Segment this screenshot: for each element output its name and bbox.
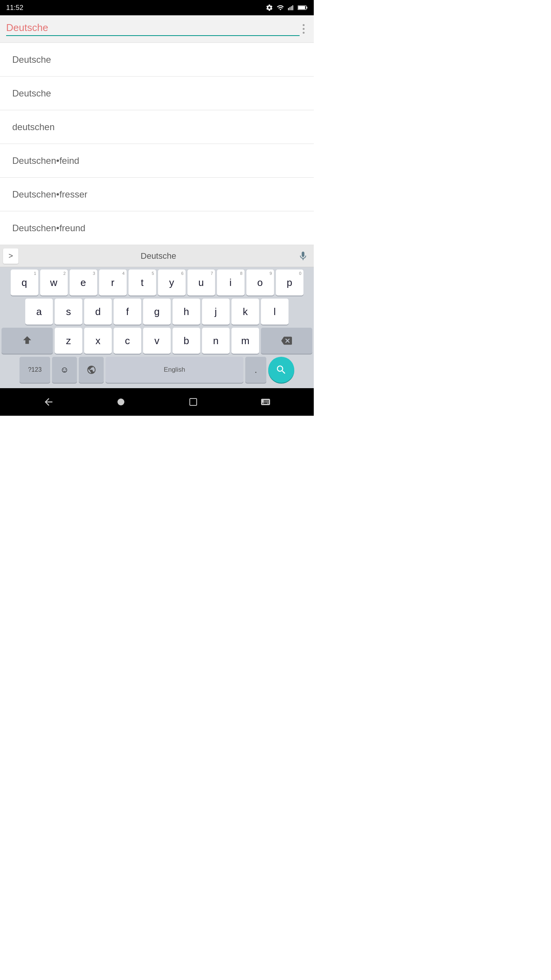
shift-key[interactable] bbox=[2, 328, 53, 354]
key-row-1: 1q 2w 3e 4r 5t 6y 7u 8i 9o 0p bbox=[2, 270, 312, 296]
expand-suggestions-button[interactable]: > bbox=[3, 248, 18, 264]
svg-rect-0 bbox=[288, 8, 289, 10]
key-s[interactable]: s bbox=[55, 299, 82, 325]
key-h[interactable]: h bbox=[173, 299, 200, 325]
key-x[interactable]: x bbox=[84, 328, 112, 354]
back-button[interactable] bbox=[39, 393, 58, 411]
search-input[interactable] bbox=[6, 22, 300, 36]
space-key[interactable]: English bbox=[106, 357, 243, 383]
svg-rect-2 bbox=[291, 6, 292, 10]
numbers-key[interactable]: ?123 bbox=[20, 357, 50, 383]
back-icon bbox=[43, 396, 54, 408]
key-m[interactable]: m bbox=[231, 328, 259, 354]
recents-button[interactable] bbox=[184, 393, 202, 411]
key-e[interactable]: 3e bbox=[70, 270, 97, 296]
svg-rect-1 bbox=[290, 7, 290, 10]
key-n[interactable]: n bbox=[202, 328, 230, 354]
keyboard: > Deutsche 1q 2w 3e 4r 5t 6y 7u 8i 9o 0p… bbox=[0, 245, 314, 388]
nav-bar bbox=[0, 388, 314, 416]
home-icon bbox=[116, 397, 126, 407]
emoji-key[interactable]: ☺ bbox=[52, 357, 77, 383]
key-g[interactable]: g bbox=[143, 299, 171, 325]
key-w[interactable]: 2w bbox=[40, 270, 68, 296]
key-v[interactable]: v bbox=[143, 328, 171, 354]
key-z[interactable]: z bbox=[55, 328, 82, 354]
key-y[interactable]: 6y bbox=[158, 270, 186, 296]
key-c[interactable]: c bbox=[114, 328, 141, 354]
wifi-icon bbox=[276, 4, 285, 11]
key-i[interactable]: 8i bbox=[217, 270, 245, 296]
svg-rect-6 bbox=[306, 7, 308, 8]
key-u[interactable]: 7u bbox=[187, 270, 215, 296]
svg-point-7 bbox=[117, 399, 124, 405]
more-options-button[interactable] bbox=[300, 21, 308, 37]
backspace-icon bbox=[281, 335, 292, 346]
globe-icon bbox=[86, 365, 96, 375]
key-b[interactable]: b bbox=[173, 328, 200, 354]
key-row-2: a s d f g h j k l bbox=[2, 299, 312, 325]
key-l[interactable]: l bbox=[261, 299, 289, 325]
home-button[interactable] bbox=[112, 393, 130, 411]
suggestion-item-3[interactable]: deutschen bbox=[0, 110, 314, 144]
status-bar: 11:52 bbox=[0, 0, 314, 15]
key-j[interactable]: j bbox=[202, 299, 230, 325]
period-key[interactable]: . bbox=[245, 357, 266, 383]
globe-key[interactable] bbox=[79, 357, 104, 383]
word-suggestion-bar: > Deutsche bbox=[0, 245, 314, 267]
shift-icon bbox=[22, 335, 33, 346]
search-bar bbox=[0, 15, 314, 43]
signal-icon bbox=[288, 4, 295, 11]
key-t[interactable]: 5t bbox=[129, 270, 156, 296]
backspace-key[interactable] bbox=[261, 328, 312, 354]
status-icons bbox=[266, 4, 308, 11]
svg-rect-3 bbox=[292, 5, 293, 10]
key-row-4: ?123 ☺ English . bbox=[2, 357, 312, 383]
key-q[interactable]: 1q bbox=[11, 270, 38, 296]
key-k[interactable]: k bbox=[231, 299, 259, 325]
suggestion-item-4[interactable]: Deutschen•feind bbox=[0, 144, 314, 178]
keyboard-keys: 1q 2w 3e 4r 5t 6y 7u 8i 9o 0p a s d f g … bbox=[0, 267, 314, 388]
key-o[interactable]: 9o bbox=[246, 270, 274, 296]
key-d[interactable]: d bbox=[84, 299, 112, 325]
search-key[interactable] bbox=[268, 357, 294, 383]
word-suggestion[interactable]: Deutsche bbox=[21, 251, 295, 261]
key-r[interactable]: 4r bbox=[99, 270, 127, 296]
key-row-3: z x c v b n m bbox=[2, 328, 312, 354]
suggestion-item-5[interactable]: Deutschen•fresser bbox=[0, 178, 314, 211]
recents-icon bbox=[189, 397, 198, 407]
suggestion-item-1[interactable]: Deutsche bbox=[0, 43, 314, 77]
svg-rect-5 bbox=[298, 6, 305, 9]
settings-icon bbox=[266, 4, 273, 11]
suggestion-item-6[interactable]: Deutschen•freund bbox=[0, 211, 314, 245]
suggestions-list: Deutsche Deutsche deutschen Deutschen•fe… bbox=[0, 43, 314, 245]
dot1 bbox=[303, 24, 305, 26]
key-f[interactable]: f bbox=[114, 299, 141, 325]
dot3 bbox=[303, 32, 305, 34]
status-time: 11:52 bbox=[6, 4, 23, 12]
keyboard-icon bbox=[260, 397, 271, 407]
dot2 bbox=[303, 28, 305, 30]
search-icon bbox=[276, 364, 287, 376]
mic-button[interactable] bbox=[295, 248, 311, 264]
suggestion-item-2[interactable]: Deutsche bbox=[0, 77, 314, 110]
svg-rect-8 bbox=[190, 399, 197, 405]
battery-icon bbox=[298, 4, 308, 11]
keyboard-nav-button[interactable] bbox=[256, 393, 275, 411]
key-p[interactable]: 0p bbox=[276, 270, 303, 296]
key-a[interactable]: a bbox=[25, 299, 53, 325]
